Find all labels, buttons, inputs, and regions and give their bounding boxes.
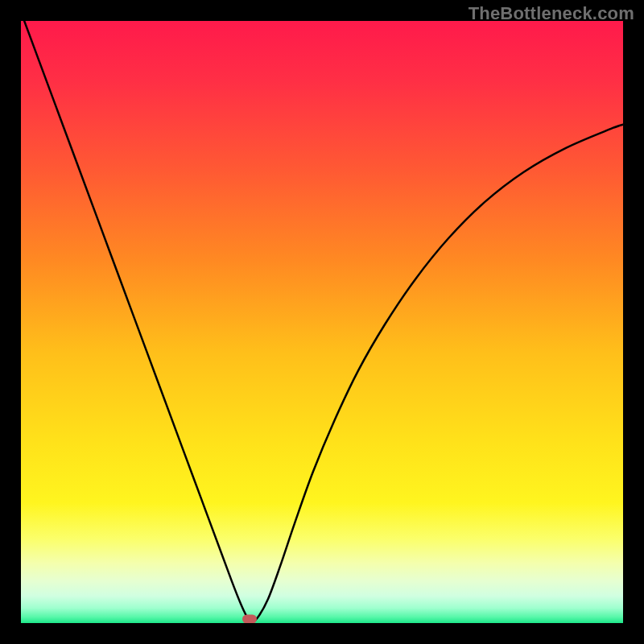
curve-path: [21, 21, 623, 622]
curve-layer: [21, 21, 623, 623]
chart-frame: TheBottleneck.com: [0, 0, 644, 644]
watermark-text: TheBottleneck.com: [469, 3, 634, 24]
minimum-marker: [242, 614, 257, 623]
plot-area: [21, 21, 623, 623]
